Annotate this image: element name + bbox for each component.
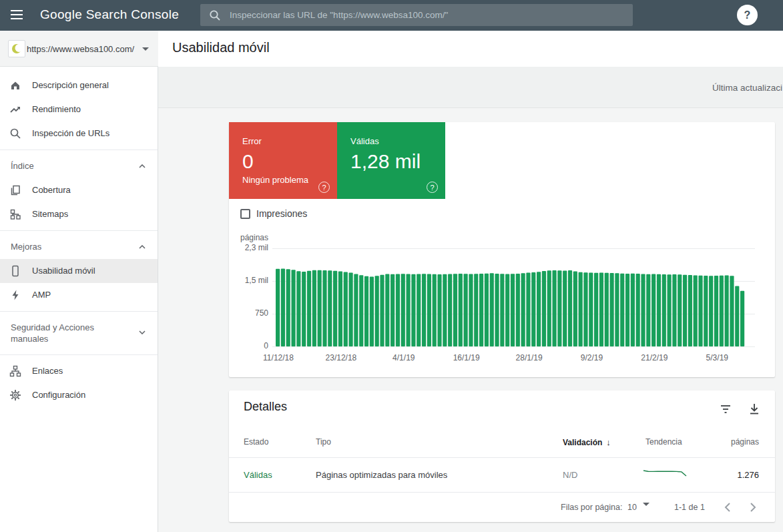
x-axis-tick: 16/1/19: [453, 353, 480, 362]
pagination-range: 1-1 de 1: [674, 503, 705, 512]
help-icon[interactable]: ?: [737, 5, 758, 25]
download-icon[interactable]: [748, 403, 761, 416]
table-header-row: Estado Tipo Validación↓ Tendencia página…: [229, 437, 775, 457]
sitemap-tree-icon: [9, 208, 21, 220]
sidebar-item-label: Descripción general: [32, 80, 109, 90]
y-axis-tick: 0: [232, 341, 268, 350]
title-band: Usabilidad móvil: [158, 31, 783, 67]
search-icon: [209, 9, 221, 21]
section-label: Seguridad y Acciones manuales: [11, 322, 111, 344]
x-axis-tick: 4/1/19: [393, 353, 415, 362]
sidebar-item-label: Inspección de URLs: [32, 128, 109, 138]
gridline: [272, 346, 755, 347]
valid-label: Válidas: [350, 136, 379, 146]
column-header-validacion[interactable]: Validación↓: [563, 437, 611, 447]
report-card: Error 0 Ningún problema ? Válidas 1,28 m…: [229, 122, 775, 377]
chart-x-labels: 11/12/1823/12/184/1/1916/1/1928/1/199/2/…: [272, 353, 755, 364]
chevron-down-icon: [139, 330, 146, 334]
y-axis-unit: páginas: [232, 233, 268, 242]
help-icon[interactable]: ?: [427, 182, 438, 193]
main-content: Usabilidad móvil Última actualizaci Erro…: [158, 31, 783, 532]
sidebar-item-amp[interactable]: AMP: [0, 283, 158, 307]
crescent-logo-icon: [11, 43, 22, 54]
url-inspection-searchbox[interactable]: [200, 4, 633, 26]
sidebar-item-label: Enlaces: [32, 366, 63, 376]
chevron-up-icon: [139, 164, 146, 168]
help-icon[interactable]: ?: [318, 182, 330, 193]
impressions-checkbox[interactable]: [240, 209, 250, 219]
next-page-icon[interactable]: [746, 501, 759, 514]
x-axis-tick: 9/2/19: [581, 353, 603, 362]
y-axis-tick: 750: [232, 308, 268, 318]
x-axis-tick: 28/1/19: [516, 353, 543, 362]
divider: [0, 150, 158, 150]
sidebar-item-label: Cobertura: [32, 185, 71, 195]
cell-validacion: N/D: [563, 470, 577, 480]
links-hierarchy-icon: [9, 365, 21, 377]
error-summary-card[interactable]: Error 0 Ningún problema ?: [229, 122, 337, 199]
sidebar-item-mobile-usability[interactable]: Usabilidad móvil: [0, 259, 158, 283]
x-axis-tick: 5/3/19: [706, 353, 728, 362]
rows-per-page-select[interactable]: 10: [627, 503, 637, 512]
y-axis-tick: 2,3 mil: [232, 243, 268, 252]
last-updated-text: Última actualizaci: [712, 83, 782, 93]
column-header-tipo[interactable]: Tipo: [316, 437, 331, 447]
details-title: Detalles: [244, 400, 287, 414]
search-icon: [9, 127, 21, 140]
sidebar-item-sitemaps[interactable]: Sitemaps: [0, 202, 158, 226]
info-band: Última actualizaci: [158, 67, 783, 108]
mobile-usability-bars: [272, 242, 755, 346]
sidebar-item-overview[interactable]: Descripción general: [0, 73, 158, 97]
gear-icon: [9, 389, 21, 401]
home-icon: [9, 79, 21, 91]
lightning-bolt-icon: [9, 289, 21, 301]
table-footer: Filas por página: 10 1-1 de 1: [229, 492, 775, 522]
column-header-tendencia[interactable]: Tendencia: [645, 437, 682, 447]
valid-summary-card[interactable]: Válidas 1,28 mil ?: [337, 122, 445, 199]
valid-count: 1,28 mil: [350, 150, 421, 173]
impressions-label: Impresiones: [256, 208, 307, 219]
sort-desc-icon: ↓: [606, 437, 611, 447]
property-dropdown-caret-icon: [142, 47, 149, 51]
sidebar-section-security[interactable]: Seguridad y Acciones manuales: [0, 316, 158, 350]
google-search-console-app: { "colors": { "topbar": "#44545e", "erro…: [0, 0, 783, 532]
rows-per-page-label: Filas por página:: [561, 503, 622, 512]
error-count: 0: [242, 150, 254, 173]
hamburger-menu-icon[interactable]: [11, 10, 24, 21]
cell-tipo: Páginas optimizadas para móviles: [316, 470, 447, 480]
top-app-bar: Google Search Console ?: [0, 0, 783, 31]
sidebar-item-label: AMP: [32, 290, 51, 300]
search-input[interactable]: [230, 4, 623, 26]
property-selector[interactable]: https://www.websa100.com/: [0, 31, 158, 67]
sidebar-item-label: Usabilidad móvil: [32, 266, 95, 276]
divider: [0, 354, 158, 355]
rows-per-page-caret-icon[interactable]: [643, 503, 649, 506]
app-logo: Google Search Console: [40, 7, 179, 22]
section-label: Índice: [11, 161, 34, 171]
filter-icon[interactable]: [719, 403, 732, 416]
column-header-paginas[interactable]: páginas: [731, 437, 759, 447]
cell-estado: Válidas: [244, 470, 272, 480]
trending-up-icon: [9, 103, 21, 115]
error-subtext: Ningún problema: [242, 175, 308, 185]
cell-paginas: 1.276: [737, 470, 759, 480]
sidebar-section-index[interactable]: Índice: [0, 154, 158, 178]
pages-copy-icon: [9, 184, 21, 196]
chevron-up-icon: [139, 245, 146, 249]
sidebar-item-coverage[interactable]: Cobertura: [0, 178, 158, 202]
smartphone-icon: [9, 265, 21, 277]
trend-sparkline: [643, 469, 688, 478]
section-label: Mejoras: [11, 242, 41, 252]
table-row[interactable]: Válidas Páginas optimizadas para móviles…: [229, 458, 775, 492]
sidebar-section-enhancements[interactable]: Mejoras: [0, 235, 158, 259]
column-header-estado[interactable]: Estado: [244, 437, 268, 447]
page-title: Usabilidad móvil: [172, 40, 270, 55]
site-favicon: [8, 40, 25, 57]
x-axis-tick: 11/12/18: [263, 353, 294, 362]
sidebar-item-url-inspection[interactable]: Inspección de URLs: [0, 121, 158, 146]
sidebar-item-settings[interactable]: Configuración: [0, 383, 158, 407]
x-axis-tick: 21/2/19: [641, 353, 668, 362]
sidebar-item-performance[interactable]: Rendimiento: [0, 97, 158, 121]
sidebar-item-links[interactable]: Enlaces: [0, 359, 158, 383]
previous-page-icon[interactable]: [722, 501, 735, 514]
